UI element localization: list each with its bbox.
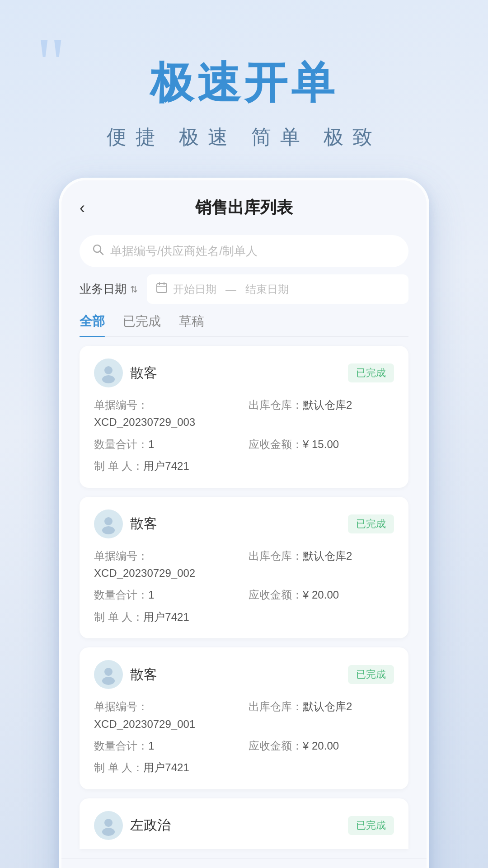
maker-item: 制 单 人：用户7421: [94, 458, 239, 475]
qty-item: 数量合计：1: [94, 436, 239, 453]
customer-name: 散客: [130, 364, 157, 382]
amount-label: 应收金额：: [249, 438, 303, 450]
status-badge: 已完成: [348, 514, 394, 533]
app-header: ‹ 销售出库列表: [61, 180, 427, 228]
customer-info: 散客: [94, 660, 157, 689]
maker-item: 制 单 人：用户7421: [94, 609, 239, 626]
date-separator: —: [225, 283, 236, 296]
avatar: [94, 509, 123, 538]
qty-value: 1: [148, 438, 154, 450]
order-card-header: 散客 已完成: [94, 660, 394, 689]
svg-point-11: [102, 677, 115, 685]
warehouse-label: 出库仓库：: [249, 399, 303, 411]
order-card-header: 散客 已完成: [94, 509, 394, 538]
svg-point-13: [102, 828, 115, 836]
order-details: 单据编号：XCD_20230729_001 出库仓库：默认仓库2 数量合计：1 …: [94, 698, 394, 777]
bottom-bar: 应收合计： 1526.00 （不含草稿） 新增销售出库单: [61, 858, 427, 868]
order-card-header-partial: 左政治 已完成: [94, 811, 394, 840]
hero-title: 极速开单: [0, 54, 488, 113]
phone-mockup: ‹ 销售出库列表 单据编号/供应商姓名/制单人 业务日期 ⇅: [59, 178, 429, 868]
calendar-icon: [156, 282, 168, 297]
search-icon: [92, 244, 104, 259]
hero-section: 极速开单 便捷 极速 简单 极致: [0, 0, 488, 178]
amount-item: 应收金额：¥ 20.00: [249, 737, 394, 755]
phone-container: ‹ 销售出库列表 单据编号/供应商姓名/制单人 业务日期 ⇅: [59, 178, 429, 868]
filter-label-text: 业务日期: [80, 281, 127, 297]
avatar-partial: [94, 811, 123, 840]
maker-item: 制 单 人：用户7421: [94, 759, 239, 776]
qty-label: 数量合计：: [94, 438, 148, 450]
warehouse-value: 默认仓库2: [303, 399, 352, 411]
status-badge-partial: 已完成: [348, 816, 394, 835]
customer-name: 散客: [130, 514, 157, 533]
order-card[interactable]: 散客 已完成 单据编号：XCD_20230729_001 出库仓库：默认仓库2 …: [80, 647, 408, 789]
start-date-text: 开始日期: [173, 282, 216, 297]
tab-draft[interactable]: 草稿: [179, 313, 204, 336]
svg-point-6: [104, 366, 113, 374]
order-details: 单据编号：XCD_20230729_003 出库仓库：默认仓库2 数量合计：1 …: [94, 396, 394, 475]
search-bar[interactable]: 单据编号/供应商姓名/制单人: [80, 235, 408, 267]
order-card-partial[interactable]: 左政治 已完成: [80, 798, 408, 849]
hero-subtitle: 便捷 极速 简单 极致: [0, 124, 488, 151]
status-badge: 已完成: [348, 363, 394, 382]
order-card-header: 散客 已完成: [94, 359, 394, 387]
back-button[interactable]: ‹: [80, 198, 85, 217]
svg-point-8: [104, 517, 113, 525]
avatar: [94, 359, 123, 387]
date-range-picker[interactable]: 开始日期 — 结束日期: [147, 274, 408, 304]
svg-point-10: [104, 668, 113, 676]
tab-bar: 全部 已完成 草稿: [80, 313, 408, 337]
order-list: 散客 已完成 单据编号：XCD_20230729_003 出库仓库：默认仓库2 …: [61, 337, 427, 858]
filter-sort-icon[interactable]: ⇅: [130, 284, 138, 295]
date-filter: 业务日期 ⇅ 开始日期 — 结束日期: [80, 274, 408, 304]
order-details: 单据编号：XCD_20230729_002 出库仓库：默认仓库2 数量合计：1 …: [94, 547, 394, 626]
filter-label: 业务日期 ⇅: [80, 281, 138, 297]
amount-item: 应收金额：¥ 15.00: [249, 436, 394, 453]
svg-point-9: [102, 526, 115, 534]
qty-item: 数量合计：1: [94, 586, 239, 604]
svg-line-1: [100, 251, 103, 255]
svg-rect-2: [157, 283, 167, 292]
doc-no-label: 单据编号：: [94, 399, 148, 411]
warehouse-item: 出库仓库：默认仓库2: [249, 547, 394, 582]
warehouse-item: 出库仓库：默认仓库2: [249, 396, 394, 431]
amount-item: 应收金额：¥ 20.00: [249, 586, 394, 604]
order-card[interactable]: 散客 已完成 单据编号：XCD_20230729_003 出库仓库：默认仓库2 …: [80, 346, 408, 488]
search-placeholder-text: 单据编号/供应商姓名/制单人: [110, 243, 258, 259]
doc-no-value: XCD_20230729_003: [94, 416, 195, 428]
svg-point-7: [102, 375, 115, 383]
avatar: [94, 660, 123, 689]
amount-value: ¥ 15.00: [303, 438, 339, 450]
status-badge: 已完成: [348, 665, 394, 684]
warehouse-item: 出库仓库：默认仓库2: [249, 698, 394, 733]
customer-name: 散客: [130, 665, 157, 684]
tab-all[interactable]: 全部: [80, 313, 105, 336]
maker-value: 用户7421: [143, 460, 189, 472]
qty-item: 数量合计：1: [94, 737, 239, 755]
customer-info: 散客: [94, 359, 157, 387]
maker-label: 制 单 人：: [94, 460, 143, 472]
order-card[interactable]: 散客 已完成 单据编号：XCD_20230729_002 出库仓库：默认仓库2 …: [80, 497, 408, 639]
svg-point-12: [104, 819, 113, 827]
doc-no-item: 单据编号：XCD_20230729_002: [94, 547, 239, 582]
end-date-text: 结束日期: [245, 282, 289, 297]
customer-info: 散客: [94, 509, 157, 538]
page-title: 销售出库列表: [195, 197, 293, 219]
customer-name-partial: 左政治: [130, 816, 171, 835]
app-content: ‹ 销售出库列表 单据编号/供应商姓名/制单人 业务日期 ⇅: [61, 180, 427, 868]
customer-info-partial: 左政治: [94, 811, 171, 840]
doc-no-item: 单据编号：XCD_20230729_003: [94, 396, 239, 431]
doc-no-item: 单据编号：XCD_20230729_001: [94, 698, 239, 733]
tab-completed[interactable]: 已完成: [123, 313, 161, 336]
